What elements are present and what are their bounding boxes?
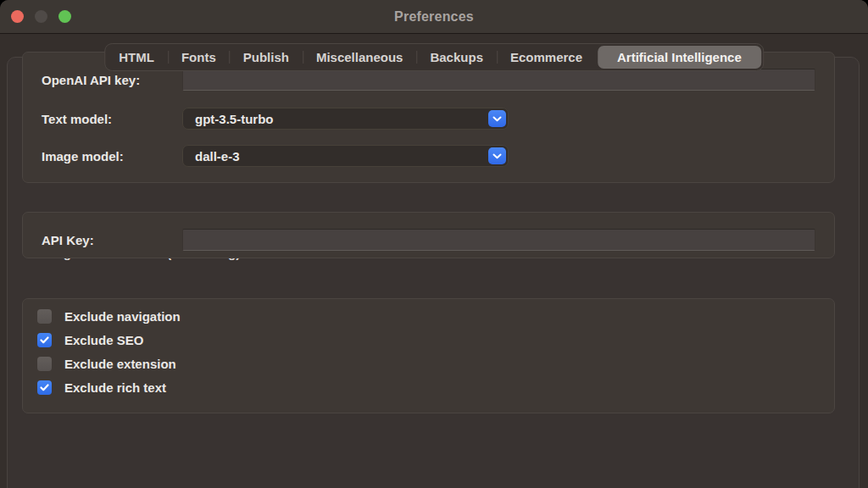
exclude-rich-text-row[interactable]: Exclude rich text: [37, 380, 166, 395]
tab-miscellaneous[interactable]: Miscellaneous: [303, 44, 417, 70]
exclude-extension-row[interactable]: Exclude extension: [37, 357, 176, 371]
translation-groupbox: Exclude navigation Exclude SEO Exclude e…: [22, 298, 835, 413]
exclude-seo-label: Exclude SEO: [64, 333, 143, 347]
tab-fonts[interactable]: Fonts: [168, 44, 230, 70]
exclude-navigation-row[interactable]: Exclude navigation: [37, 309, 181, 324]
openai-api-key-input[interactable]: [182, 69, 815, 91]
tab-html[interactable]: HTML: [105, 44, 168, 70]
titlebar: Preferences: [0, 0, 868, 34]
tab-publish[interactable]: Publish: [230, 44, 303, 70]
removebg-api-key-label: API Key:: [42, 229, 94, 251]
exclude-seo-row[interactable]: Exclude SEO: [37, 333, 143, 347]
image-model-value: dall-e-3: [183, 149, 240, 164]
exclude-rich-text-checkbox[interactable]: [37, 380, 52, 395]
openai-groupbox: OpenAI API key: Text model: gpt-3.5-turb…: [22, 52, 835, 183]
image-model-label: Image model:: [42, 145, 124, 167]
text-model-value: gpt-3.5-turbo: [183, 112, 273, 126]
preferences-window: Preferences HTML Fonts Publish Miscellan…: [0, 0, 868, 488]
tab-backups[interactable]: Backups: [416, 44, 497, 70]
tab-ecommerce[interactable]: Ecommerce: [497, 44, 596, 70]
window-title: Preferences: [0, 0, 868, 34]
image-model-dropdown[interactable]: dall-e-3: [182, 145, 509, 167]
exclude-navigation-label: Exclude navigation: [64, 309, 181, 324]
chevron-down-icon[interactable]: [488, 110, 506, 127]
openai-api-key-label: OpenAI API key:: [42, 69, 140, 91]
chevron-down-icon[interactable]: [488, 147, 506, 164]
exclude-extension-checkbox[interactable]: [37, 357, 52, 371]
preferences-tabbar: HTML Fonts Publish Miscellaneous Backups…: [104, 43, 764, 71]
exclude-navigation-checkbox[interactable]: [37, 309, 52, 324]
background-removal-groupbox: API Key:: [22, 212, 835, 258]
text-model-label: Text model:: [42, 108, 112, 130]
text-model-dropdown[interactable]: gpt-3.5-turbo: [182, 108, 509, 130]
tab-artificial-intelligence[interactable]: Artificial Intelligence: [598, 46, 761, 69]
exclude-seo-checkbox[interactable]: [37, 333, 52, 347]
exclude-rich-text-label: Exclude rich text: [64, 380, 166, 395]
exclude-extension-label: Exclude extension: [64, 357, 176, 371]
removebg-api-key-input[interactable]: [182, 229, 815, 251]
